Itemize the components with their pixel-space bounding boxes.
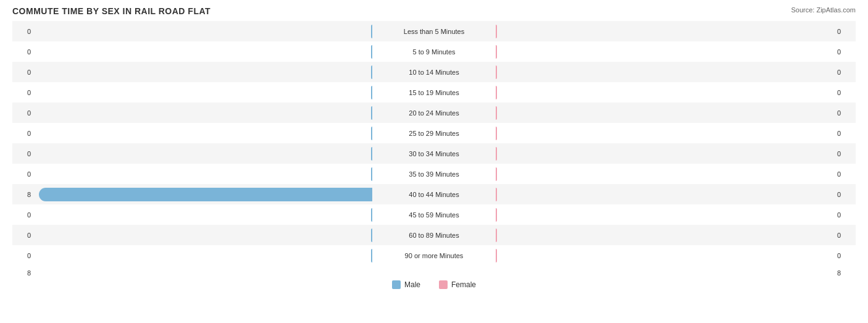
female-bar [496,86,497,99]
female-value: 0 [837,130,856,137]
female-bar [496,188,497,201]
female-value: 0 [837,89,856,96]
chart-row: 0 20 to 24 Minutes 0 [12,103,856,123]
chart-row: 0 30 to 34 Minutes 0 [12,143,856,164]
chart-row: 0 5 to 9 Minutes 0 [12,41,856,62]
chart-title: COMMUTE TIME BY SEX IN RAIL ROAD FLAT [12,6,211,16]
row-label: 40 to 44 Minutes [372,191,496,198]
male-value: 0 [12,150,31,157]
female-bar-area [496,21,837,41]
female-bar [496,229,497,242]
chart-row: 0 90 or more Minutes 0 [12,245,856,266]
legend-female: Female [439,280,476,289]
chart-row: 0 10 to 14 Minutes 0 [12,62,856,82]
female-bar-area [496,123,837,143]
female-swatch [439,280,448,289]
male-bar-area [31,143,372,164]
male-bar-area [31,204,372,225]
female-bar-area [496,225,837,245]
male-value: 0 [12,170,31,178]
female-value: 0 [837,232,856,239]
male-value: 0 [12,109,31,117]
axis-spacer-left [31,269,372,277]
female-bar [496,25,497,38]
female-bar-area [496,82,837,103]
row-label: 60 to 89 Minutes [372,232,496,239]
row-label: 10 to 14 Minutes [372,69,496,76]
male-value: 0 [12,211,31,219]
male-value: 8 [12,191,31,198]
female-value: 0 [837,109,856,117]
chart-row: 0 60 to 89 Minutes 0 [12,225,856,245]
axis-left-value: 8 [12,269,31,277]
female-value: 0 [837,69,856,76]
row-label: 30 to 34 Minutes [372,150,496,157]
male-value: 0 [12,232,31,239]
female-value: 0 [837,28,856,35]
chart-row: 0 Less than 5 Minutes 0 [12,21,856,41]
female-bar-area [496,164,837,184]
male-bar-area [31,103,372,123]
female-value: 0 [837,252,856,259]
female-value: 0 [837,211,856,219]
legend-male: Male [392,280,420,289]
female-bar [496,45,497,59]
female-bar-area [496,62,837,82]
male-bar-area [31,245,372,266]
female-bar [496,167,497,181]
female-bar-area [496,103,837,123]
chart-body: 0 Less than 5 Minutes 0 0 5 to 9 Minutes… [12,21,856,266]
male-swatch [392,280,401,289]
male-value: 0 [12,28,31,35]
chart-row: 0 35 to 39 Minutes 0 [12,164,856,184]
row-label: 45 to 59 Minutes [372,211,496,219]
male-value: 0 [12,89,31,96]
title-row: COMMUTE TIME BY SEX IN RAIL ROAD FLAT So… [12,6,856,16]
source-text: Source: ZipAtlas.com [791,6,856,14]
chart-row: 0 15 to 19 Minutes 0 [12,82,856,103]
male-bar-area [31,123,372,143]
male-bar-area [31,184,372,204]
female-bar-area [496,41,837,62]
legend: Male Female [12,280,856,289]
female-bar-area [496,204,837,225]
male-bar-area [31,164,372,184]
male-bar-area [31,225,372,245]
female-bar [496,106,497,120]
male-bar [39,188,372,201]
female-bar [496,127,497,140]
chart-row: 0 45 to 59 Minutes 0 [12,204,856,225]
female-value: 0 [837,48,856,56]
female-bar-area [496,245,837,266]
chart-row: 8 40 to 44 Minutes 0 [12,184,856,204]
row-label: 5 to 9 Minutes [372,48,496,56]
axis-spacer-right [496,269,837,277]
row-label: 20 to 24 Minutes [372,109,496,117]
male-bar-area [31,21,372,41]
legend-male-label: Male [404,280,420,289]
male-value: 0 [12,252,31,259]
chart-row: 0 25 to 29 Minutes 0 [12,123,856,143]
male-bar-area [31,62,372,82]
female-bar [496,249,497,262]
male-value: 0 [12,130,31,137]
female-bar-area [496,184,837,204]
row-label: 25 to 29 Minutes [372,130,496,137]
male-value: 0 [12,69,31,76]
axis-row: 8 8 [12,269,856,277]
row-label: 90 or more Minutes [372,252,496,259]
female-value: 0 [837,170,856,178]
chart-container: COMMUTE TIME BY SEX IN RAIL ROAD FLAT So… [0,0,868,323]
row-label: 15 to 19 Minutes [372,89,496,96]
female-value: 0 [837,191,856,198]
female-bar [496,65,497,79]
legend-female-label: Female [451,280,476,289]
male-bar-area [31,41,372,62]
axis-center-space [372,269,496,277]
row-label: 35 to 39 Minutes [372,170,496,178]
row-label: Less than 5 Minutes [372,28,496,35]
female-bar-area [496,143,837,164]
female-value: 0 [837,150,856,157]
female-bar [496,147,497,161]
male-value: 0 [12,48,31,56]
